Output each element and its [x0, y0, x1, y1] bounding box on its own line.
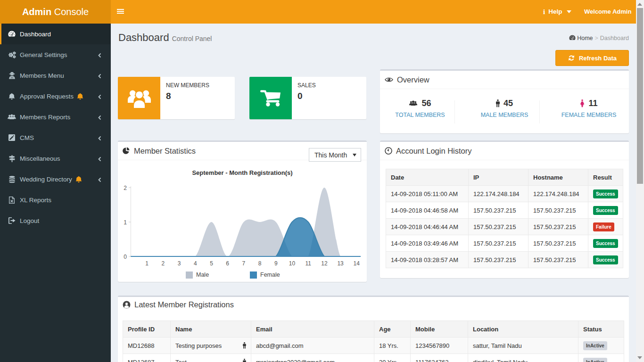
svg-text:6: 6 — [226, 260, 229, 267]
svg-text:7: 7 — [242, 260, 246, 267]
svg-text:3: 3 — [178, 260, 181, 267]
svg-text:8: 8 — [258, 260, 262, 267]
svg-text:10: 10 — [289, 260, 296, 267]
svg-text:1: 1 — [145, 260, 149, 267]
svg-text:2: 2 — [162, 260, 165, 267]
svg-text:0: 0 — [124, 254, 127, 260]
svg-text:5: 5 — [210, 260, 213, 267]
svg-text:2: 2 — [124, 185, 127, 191]
svg-text:4: 4 — [194, 260, 197, 267]
svg-text:12: 12 — [321, 260, 328, 267]
svg-text:11: 11 — [305, 260, 311, 267]
svg-text:14: 14 — [354, 260, 360, 267]
svg-text:13: 13 — [337, 260, 344, 267]
svg-text:1: 1 — [124, 219, 127, 226]
svg-text:9: 9 — [274, 260, 278, 267]
